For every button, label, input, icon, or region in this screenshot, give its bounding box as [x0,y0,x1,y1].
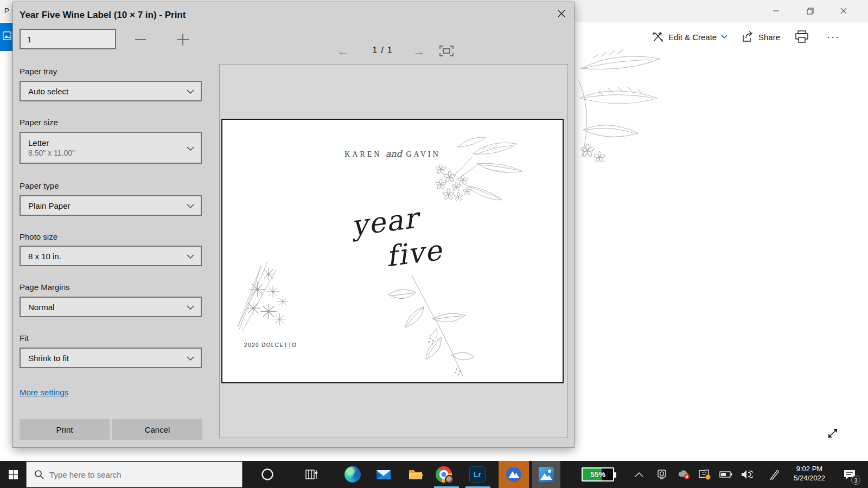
nordvpn-taskbar-button[interactable] [499,461,529,488]
dialog-close-button[interactable] [552,5,571,22]
pen-tray-button[interactable] [764,461,784,488]
clock-date: 5/24/2022 [782,473,837,483]
minimize-icon [773,8,780,14]
photo-size-dropdown[interactable]: 8 x 10 in. [20,246,202,266]
more-settings-link[interactable]: More settings [20,388,68,397]
wine-label-preview-page: KAREN and GAVIN [221,119,564,383]
decrease-copies-button[interactable] [128,30,153,49]
chevron-down-icon [187,302,194,312]
photos-glyph-icon [3,31,11,40]
chevron-down-icon [187,143,194,153]
share-icon [741,31,754,43]
camera-tray-button[interactable] [652,461,672,488]
cortana-button[interactable] [254,461,280,488]
photos-icon [539,467,554,482]
search-icon [34,470,44,479]
cloud-error-icon [678,469,691,480]
task-view-button[interactable] [299,461,325,488]
onedrive-tray-button[interactable] [674,461,694,488]
edit-create-label: Edit & Create [668,33,717,42]
pen-icon [769,469,780,480]
clock[interactable]: 9:02 PM 5/24/2022 [782,464,837,483]
edit-create-icon [652,31,664,43]
volume-tray-button[interactable] [737,461,757,488]
restore-button[interactable] [797,0,822,22]
chevron-up-icon [635,472,643,477]
expand-fullscreen-button[interactable] [826,426,842,442]
fit-dropdown[interactable]: Shrink to fit [20,348,202,368]
previous-page-button[interactable]: ← [332,42,354,60]
fit-label: Fit [20,333,29,343]
share-button[interactable]: Share [741,22,780,52]
see-more-button[interactable]: ··· [827,22,840,52]
diagonal-resize-icon [826,426,840,440]
print-button[interactable]: Print [20,419,110,440]
left-flowers-sketch [237,258,303,333]
copies-input[interactable] [20,29,116,49]
cortana-icon [261,468,274,481]
battery-percent-label: 55% [590,470,605,479]
taskbar: Lr 55% [0,461,868,488]
increase-copies-button[interactable] [170,30,195,49]
taskbar-search[interactable] [26,461,242,487]
minimize-button[interactable] [764,0,789,22]
print-button-toolbar[interactable] [795,22,809,52]
paper-size-dropdown[interactable]: Letter 8.50" x 11.00" [20,132,202,164]
ellipsis-icon: ··· [827,31,840,43]
background-botanical-sketch [576,48,673,163]
paper-type-dropdown[interactable]: Plain Paper [20,195,202,216]
volume-icon [741,470,753,479]
action-center-button[interactable]: 3 [835,461,864,488]
next-page-button[interactable]: → [408,42,430,60]
vintage-text: 2020 DOLCETTO [244,342,297,348]
close-window-button[interactable] [831,0,856,22]
chevron-down-icon [187,353,194,363]
start-button[interactable] [0,461,26,488]
fit-to-screen-button[interactable] [439,45,454,57]
chrome-icon [436,466,452,483]
nordvpn-icon [505,466,522,483]
battery-icon [719,471,732,478]
arrow-right-icon: → [413,44,425,59]
search-input[interactable] [49,470,212,479]
close-icon [840,8,847,14]
lightroom-icon: Lr [469,466,486,483]
restore-icon [807,8,814,15]
dialog-title: Year Five Wine Label (10 × 7 in) - Print [20,10,186,21]
photo-size-label: Photo size [20,232,58,241]
mail-icon [375,468,392,481]
page-indicator: 1 / 1 [358,45,407,56]
cancel-button[interactable]: Cancel [112,419,202,440]
show-hidden-icons-button[interactable] [629,461,649,488]
paper-tray-dropdown[interactable]: Auto select [20,81,202,101]
chevron-down-icon [721,35,727,39]
mail-taskbar-button[interactable] [371,461,397,488]
paper-type-label: Paper type [20,181,59,190]
print-preview-panel: KAREN and GAVIN [219,64,568,438]
display-sync-icon [698,468,711,480]
chevron-down-icon [187,251,194,261]
chrome-profile-avatar [445,475,454,484]
arrow-left-icon: ← [337,44,349,59]
print-dialog: Year Five Wine Label (10 × 7 in) - Print… [12,2,575,448]
page-margins-dropdown[interactable]: Normal [20,297,202,317]
chevron-down-icon [187,86,194,96]
battery-tray-button[interactable] [716,461,736,488]
page-margins-label: Page Margins [20,282,70,292]
fit-screen-icon [439,46,454,56]
app-title-partial: P [4,7,9,15]
chevron-down-icon [187,201,194,210]
plus-icon [176,33,189,46]
paper-size-label: Paper size [20,118,58,127]
task-view-icon [305,469,318,480]
battery-percentage-widget[interactable]: 55% [582,467,614,481]
chrome-taskbar-button[interactable] [431,461,457,488]
lightroom-taskbar-button[interactable]: Lr [464,461,490,488]
notification-count-badge: 3 [851,476,860,485]
display-sync-tray-button[interactable] [695,461,714,488]
edge-taskbar-button[interactable] [340,461,366,488]
photos-taskbar-button[interactable] [532,461,560,488]
bottom-sprig-sketch [380,273,477,381]
clock-time: 9:02 PM [782,464,837,473]
file-explorer-taskbar-button[interactable] [403,461,429,488]
